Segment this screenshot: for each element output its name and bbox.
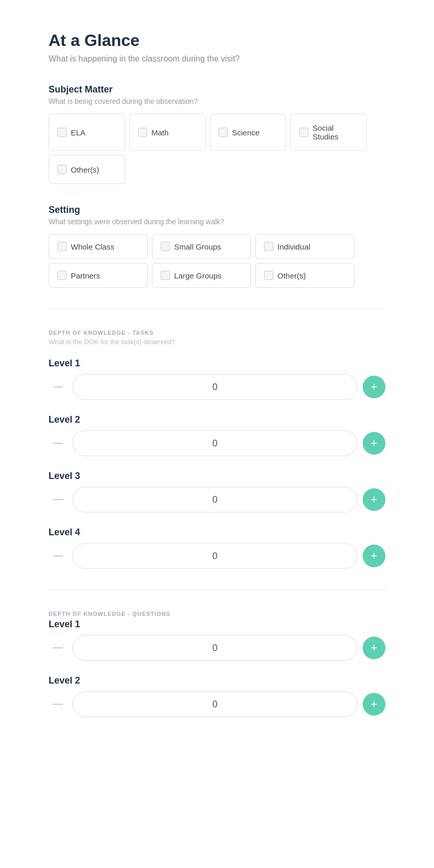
dok-tasks-level2-counter: +: [49, 430, 385, 456]
setting-label-whole-class: Whole Class: [71, 242, 114, 251]
checkbox-science: [219, 128, 228, 137]
dok-questions-level1-label: Level 1: [49, 619, 385, 630]
setting-item-individual[interactable]: Individual: [255, 234, 354, 259]
dok-tasks-level4-counter: +: [49, 543, 385, 569]
dok-questions-level2-counter: +: [49, 691, 385, 717]
dok-questions-section: DEPTH OF KNOWLEDGE - QUESTIONS Level 1 +…: [49, 611, 385, 717]
checkbox-social-studies: [299, 128, 308, 137]
dok-tasks-label: DEPTH OF KNOWLEDGE - TASKS: [49, 330, 385, 336]
dok-questions-level2-label: Level 2: [49, 675, 385, 686]
dok-tasks-level1: Level 1 +: [49, 358, 385, 400]
dok-tasks-level3-input[interactable]: [72, 487, 358, 513]
dok-tasks-level4-plus-button[interactable]: +: [363, 545, 385, 567]
checkbox-large-groups: [161, 271, 170, 280]
minus-icon: [53, 647, 63, 648]
setting-label-individual: Individual: [277, 242, 310, 251]
subject-label-social-studies: Social Studies: [313, 123, 358, 141]
dok-questions-level1-plus-button[interactable]: +: [363, 637, 385, 659]
setting-title: Setting: [49, 205, 385, 215]
setting-item-large-groups[interactable]: Large Groups: [152, 263, 251, 288]
checkbox-math: [138, 128, 147, 137]
page-subtitle: What is happening in the classroom durin…: [49, 54, 385, 64]
checkbox-others: [57, 165, 67, 174]
subject-item-science[interactable]: Science: [210, 114, 286, 151]
dok-questions-level2: Level 2 +: [49, 675, 385, 717]
dok-tasks-level1-input[interactable]: [72, 374, 358, 400]
subject-label-science: Science: [232, 128, 259, 137]
setting-subtitle: What settings were observed during the l…: [49, 218, 385, 226]
page-title: At a Glance: [49, 31, 385, 50]
dok-tasks-level2-plus-button[interactable]: +: [363, 432, 385, 455]
setting-label-small-groups: Small Groups: [174, 242, 221, 251]
dok-questions-level1-minus-button[interactable]: [49, 639, 67, 657]
setting-item-small-groups[interactable]: Small Groups: [152, 234, 251, 259]
dok-questions-level2-minus-button[interactable]: [49, 695, 67, 714]
minus-icon: [53, 443, 63, 444]
setting-label-other: Other(s): [277, 271, 306, 280]
dok-tasks-level3-plus-button[interactable]: +: [363, 488, 385, 511]
setting-item-other[interactable]: Other(s): [255, 263, 354, 288]
subject-item-ela[interactable]: ELA: [49, 114, 125, 151]
subject-item-social-studies[interactable]: Social Studies: [290, 114, 367, 151]
checkbox-other: [264, 271, 273, 280]
dok-questions-label: DEPTH OF KNOWLEDGE - QUESTIONS: [49, 611, 385, 617]
dok-tasks-section: DEPTH OF KNOWLEDGE - TASKS What is the D…: [49, 330, 385, 569]
dok-tasks-level3-counter: +: [49, 487, 385, 513]
setting-label-partners: Partners: [71, 271, 100, 280]
subject-item-others[interactable]: Other(s): [49, 155, 125, 184]
dok-tasks-level3-minus-button[interactable]: [49, 490, 67, 509]
setting-item-partners[interactable]: Partners: [49, 263, 148, 288]
setting-item-whole-class[interactable]: Whole Class: [49, 234, 148, 259]
checkbox-individual: [264, 242, 273, 251]
dok-questions-level2-plus-button[interactable]: +: [363, 693, 385, 716]
dok-tasks-level4: Level 4 +: [49, 527, 385, 569]
dok-questions-level1-counter: +: [49, 635, 385, 661]
checkbox-partners: [57, 271, 67, 280]
dok-questions-level1-input[interactable]: [72, 635, 358, 661]
subject-matter-title: Subject Matter: [49, 84, 385, 95]
setting-label-large-groups: Large Groups: [174, 271, 222, 280]
minus-icon: [53, 704, 63, 705]
checkbox-small-groups: [161, 242, 170, 251]
dok-tasks-level3-label: Level 3: [49, 471, 385, 482]
dok-tasks-level4-minus-button[interactable]: [49, 547, 67, 565]
dok-tasks-level1-label: Level 1: [49, 358, 385, 369]
subject-matter-grid: ELA Math Science Social Studies Other(s): [49, 114, 385, 184]
dok-tasks-level2-input[interactable]: [72, 430, 358, 456]
dok-tasks-level1-counter: +: [49, 374, 385, 400]
setting-section: Setting What settings were observed duri…: [49, 205, 385, 288]
dok-questions-level1: Level 1 +: [49, 619, 385, 661]
dok-tasks-level3: Level 3 +: [49, 471, 385, 513]
checkbox-ela: [57, 128, 67, 137]
dok-questions-level2-input[interactable]: [72, 691, 358, 717]
dok-tasks-level4-label: Level 4: [49, 527, 385, 538]
dok-tasks-level2-label: Level 2: [49, 414, 385, 425]
minus-icon: [53, 386, 63, 388]
dok-tasks-subtitle: What is the DOK for the task(s) observed…: [49, 338, 385, 346]
setting-grid: Whole Class Small Groups Individual Part…: [49, 234, 385, 288]
dok-tasks-level2: Level 2 +: [49, 414, 385, 456]
subject-label-others: Other(s): [71, 165, 99, 174]
dok-tasks-level2-minus-button[interactable]: [49, 434, 67, 453]
dok-tasks-level1-minus-button[interactable]: [49, 378, 67, 396]
divider-1: [49, 308, 385, 309]
subject-matter-subtitle: What is being covered during the observa…: [49, 97, 385, 105]
subject-label-ela: ELA: [71, 128, 85, 137]
minus-icon: [53, 555, 63, 556]
dok-tasks-level4-input[interactable]: [72, 543, 358, 569]
checkbox-whole-class: [57, 242, 67, 251]
dok-tasks-level1-plus-button[interactable]: +: [363, 376, 385, 398]
subject-matter-section: Subject Matter What is being covered dur…: [49, 84, 385, 184]
subject-label-math: Math: [151, 128, 168, 137]
minus-icon: [53, 499, 63, 500]
subject-item-math[interactable]: Math: [129, 114, 206, 151]
divider-2: [49, 590, 385, 590]
